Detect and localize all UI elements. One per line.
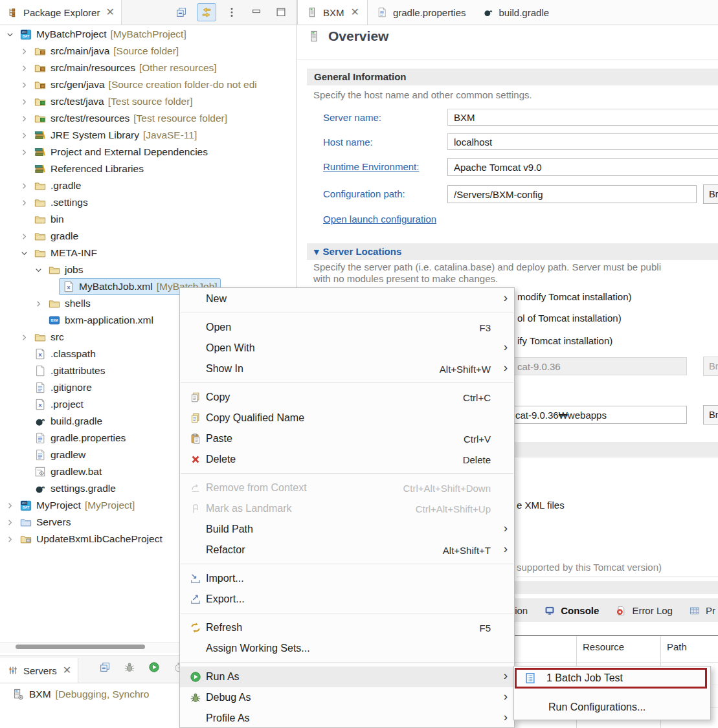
tree-label: Referenced Libraries bbox=[30, 160, 147, 177]
tree-item-src-main-resources[interactable]: src/main/resources[Other resources] bbox=[0, 60, 297, 76]
chevron-right-icon[interactable] bbox=[32, 297, 45, 310]
tree-item-gradle[interactable]: .gradle bbox=[0, 177, 297, 194]
source-folder-icon bbox=[34, 61, 47, 74]
package-explorer-icon bbox=[6, 6, 19, 19]
menu-item-import[interactable]: Import... bbox=[180, 568, 514, 589]
tree-item-settings[interactable]: .settings bbox=[0, 194, 297, 211]
close-icon[interactable]: ✕ bbox=[106, 7, 114, 17]
chevron-right-icon[interactable] bbox=[18, 179, 30, 192]
tab-package-explorer[interactable]: Package Explorer ✕ bbox=[0, 0, 122, 25]
cache-project-icon bbox=[19, 533, 32, 546]
tree-item-mybatchproject[interactable]: ZIOBATMyBatchProject[MyBatchProject] bbox=[0, 26, 297, 43]
bottom-tab-pr[interactable]: Pr bbox=[688, 604, 715, 617]
close-icon[interactable]: ✕ bbox=[63, 665, 71, 676]
menu-item-build-path[interactable]: Build Path› bbox=[180, 519, 514, 540]
editor-tab-build-gradle[interactable]: build.gradle bbox=[474, 0, 557, 25]
tree-item-src-gen-java[interactable]: src/gen/java[Source creation folder-do n… bbox=[0, 76, 297, 93]
tree-item-jobs[interactable]: jobs bbox=[0, 261, 297, 278]
tree-item-src-main-java[interactable]: src/main/java[Source folder] bbox=[0, 43, 297, 60]
tree-item-gradle[interactable]: gradle bbox=[0, 228, 297, 245]
gradle-icon bbox=[482, 6, 495, 19]
tree-indent bbox=[32, 314, 45, 327]
tree-item-meta-inf[interactable]: META-INF bbox=[0, 245, 297, 261]
tree-item-bin[interactable]: bin bbox=[0, 211, 297, 228]
menu-item-export[interactable]: Export... bbox=[180, 589, 514, 610]
column-header-path[interactable]: Path bbox=[667, 641, 687, 652]
submenu-item-1-batch-job-test[interactable]: 1 Batch Job Test bbox=[514, 668, 706, 689]
tab-servers[interactable]: Servers ✕ bbox=[0, 658, 78, 683]
chevron-right-icon[interactable] bbox=[18, 331, 30, 344]
link-with-editor-button[interactable] bbox=[197, 3, 216, 21]
chevron-right-icon[interactable] bbox=[18, 196, 30, 209]
menu-item-new[interactable]: New› bbox=[180, 289, 514, 309]
browse-button[interactable]: Bro bbox=[703, 184, 718, 204]
menu-item-debug-as[interactable]: Debug As› bbox=[180, 687, 514, 708]
chevron-right-icon[interactable] bbox=[4, 516, 16, 529]
menu-item-assign-working-sets[interactable]: Assign Working Sets... bbox=[180, 638, 514, 659]
editor-tab-gradle-properties[interactable]: gradle.properties bbox=[368, 0, 474, 25]
chevron-right-icon[interactable] bbox=[18, 45, 30, 58]
server-entry-bxm[interactable]: BXM [Debugging, Synchro bbox=[12, 688, 149, 701]
editor-tab-bxm[interactable]: BXM✕ bbox=[297, 0, 368, 25]
host-name-field[interactable]: localhost bbox=[447, 133, 718, 150]
close-icon[interactable]: ✕ bbox=[351, 7, 359, 17]
run-button[interactable] bbox=[145, 659, 163, 676]
chevron-down-icon[interactable] bbox=[4, 28, 16, 41]
tree-indent bbox=[18, 448, 30, 461]
bottom-tab-console[interactable]: Console bbox=[543, 604, 599, 617]
menu-item-delete[interactable]: DeleteDelete bbox=[180, 449, 514, 470]
chevron-down-icon[interactable] bbox=[18, 247, 30, 259]
xml-file-icon: X bbox=[34, 347, 47, 360]
collapse-all-button[interactable] bbox=[172, 4, 190, 21]
gradle-icon bbox=[34, 482, 47, 495]
chevron-down-icon[interactable] bbox=[32, 263, 45, 276]
chevron-right-icon[interactable] bbox=[18, 95, 30, 108]
submenu-item-run-configurations[interactable]: Run Configurations... bbox=[514, 697, 706, 718]
collapse-all-button[interactable] bbox=[96, 659, 114, 676]
chevron-right-icon[interactable] bbox=[18, 112, 30, 125]
column-header-resource[interactable]: Resource bbox=[583, 641, 624, 652]
chevron-right-icon[interactable] bbox=[18, 78, 30, 91]
chevron-right-icon[interactable] bbox=[18, 129, 30, 142]
view-menu-button[interactable] bbox=[223, 4, 241, 21]
deploy-path-browse-button[interactable]: Bro bbox=[703, 405, 718, 425]
submenu-arrow-icon: › bbox=[504, 522, 508, 534]
scrollbar-thumb[interactable] bbox=[16, 645, 145, 649]
tree-label: jobs bbox=[45, 261, 86, 278]
tree-item-src-test-resources[interactable]: src/test/resources[Test resource folder] bbox=[0, 110, 297, 127]
tree-item-project-and-external-dependencies[interactable]: Project and External Dependencies bbox=[0, 144, 297, 160]
configuration-path-field[interactable]: /Servers/BXM-config bbox=[447, 185, 697, 203]
debug-button[interactable] bbox=[120, 659, 139, 676]
collapse-all-icon bbox=[98, 661, 111, 674]
svg-text:X: X bbox=[38, 352, 42, 358]
menu-shortcut: Delete bbox=[463, 454, 491, 465]
mark-landmark-icon bbox=[189, 502, 202, 515]
tree-item-referenced-libraries[interactable]: Referenced Libraries bbox=[0, 160, 297, 177]
bottom-tab-error-log[interactable]: Error Log bbox=[614, 604, 673, 617]
menu-item-show-in[interactable]: Show InAlt+Shift+W› bbox=[180, 358, 514, 379]
menu-item-paste[interactable]: PasteCtrl+V bbox=[180, 428, 514, 449]
runtime-environment-link[interactable]: Runtime Environment: bbox=[323, 161, 419, 172]
chevron-right-icon[interactable] bbox=[18, 61, 30, 74]
servers-toolbar bbox=[96, 659, 188, 676]
chevron-right-icon[interactable] bbox=[4, 499, 16, 512]
tree-item-src-test-java[interactable]: src/test/java[Test source folder] bbox=[0, 93, 297, 110]
server-name-field[interactable]: BXM bbox=[447, 109, 718, 126]
menu-item-run-as[interactable]: Run As› bbox=[180, 667, 514, 687]
minimize-button[interactable] bbox=[247, 4, 265, 21]
menu-item-profile-as[interactable]: Profile As› bbox=[180, 708, 514, 728]
menu-item-refresh[interactable]: RefreshF5 bbox=[180, 617, 514, 638]
maximize-button[interactable] bbox=[272, 4, 290, 21]
menu-item-open-with[interactable]: Open With› bbox=[180, 338, 514, 358]
runtime-environment-combo[interactable]: Apache Tomcat v9.0 bbox=[447, 158, 718, 176]
chevron-right-icon[interactable] bbox=[4, 533, 16, 546]
menu-item-copy-qualified-name[interactable]: Copy Qualified Name bbox=[180, 408, 514, 428]
server-locations-title[interactable]: ▾Server Locations bbox=[307, 243, 718, 260]
chevron-right-icon[interactable] bbox=[18, 146, 30, 159]
chevron-right-icon[interactable] bbox=[18, 230, 30, 243]
open-launch-configuration-link[interactable]: Open launch configuration bbox=[323, 214, 436, 225]
menu-item-open[interactable]: OpenF3 bbox=[180, 317, 514, 338]
tree-item-jre-system-library[interactable]: JRE System Library[JavaSE-11] bbox=[0, 127, 297, 144]
menu-item-refactor[interactable]: RefactorAlt+Shift+T› bbox=[180, 540, 514, 560]
menu-item-copy[interactable]: CopyCtrl+C bbox=[180, 387, 514, 408]
